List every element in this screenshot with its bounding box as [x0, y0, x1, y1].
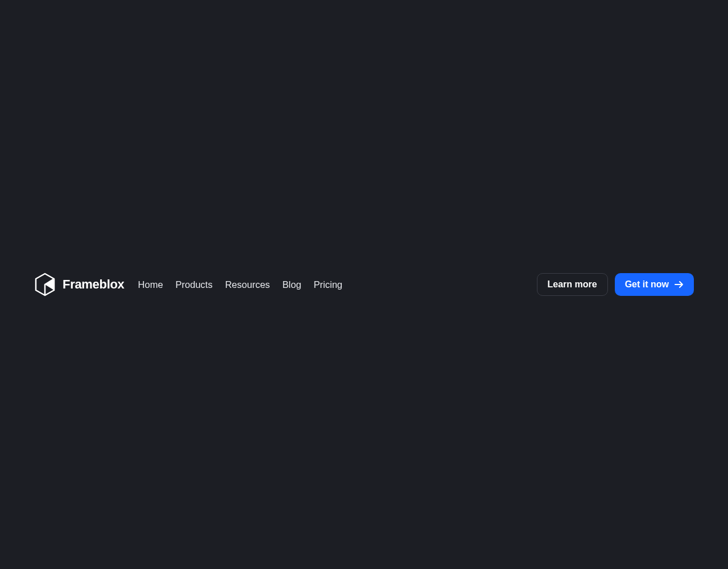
navbar: Frameblox Home Products Resources Blog P…: [0, 262, 728, 307]
arrow-right-icon: [675, 281, 684, 288]
nav-right: Learn more Get it now: [537, 273, 694, 296]
learn-more-button[interactable]: Learn more: [537, 273, 608, 296]
nav-link-resources[interactable]: Resources: [225, 279, 270, 290]
nav-link-pricing[interactable]: Pricing: [314, 279, 342, 290]
primary-button-label: Get it now: [625, 279, 669, 290]
hexagon-logo-icon: [34, 273, 56, 296]
nav-link-blog[interactable]: Blog: [283, 279, 301, 290]
brand-name: Frameblox: [63, 277, 125, 292]
nav-link-home[interactable]: Home: [138, 279, 163, 290]
get-it-now-button[interactable]: Get it now: [615, 273, 694, 296]
brand-logo[interactable]: Frameblox: [34, 273, 125, 296]
nav-link-products[interactable]: Products: [176, 279, 213, 290]
nav-left: Frameblox Home Products Resources Blog P…: [34, 273, 342, 296]
nav-links: Home Products Resources Blog Pricing: [138, 279, 342, 290]
